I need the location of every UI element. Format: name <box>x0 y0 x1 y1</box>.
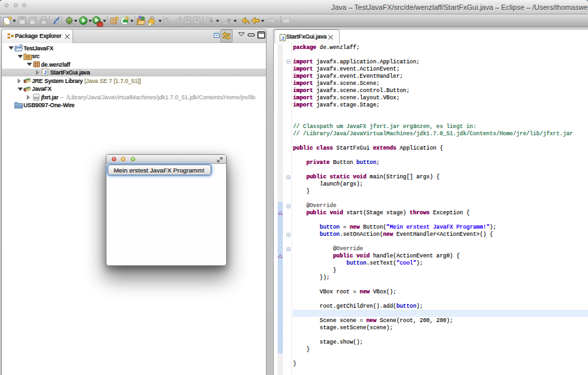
svg-text:J: J <box>44 69 47 76</box>
svg-text:J: J <box>281 35 284 41</box>
svg-text:010: 010 <box>34 97 38 99</box>
svg-text:c: c <box>169 19 172 24</box>
